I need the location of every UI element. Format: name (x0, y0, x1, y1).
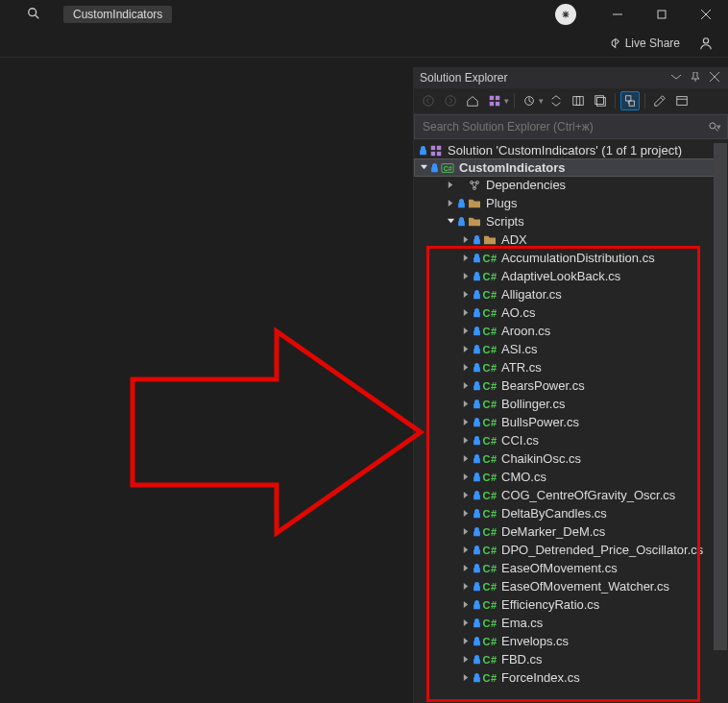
switch-views-button[interactable] (485, 91, 504, 110)
svg-rect-31 (431, 151, 435, 155)
collapse-arrow-icon[interactable] (460, 235, 472, 244)
collapse-arrow-icon[interactable] (460, 254, 472, 262)
collapse-arrow-icon[interactable] (460, 491, 472, 499)
properties-button[interactable] (650, 91, 669, 110)
file-node[interactable]: C#FBD.cs (414, 650, 728, 668)
file-node[interactable]: C#EfficiencyRatio.cs (414, 595, 728, 614)
collapse-all-button[interactable] (591, 91, 610, 110)
project-node[interactable]: C# CustomIndicators (414, 158, 718, 177)
csharp-file-icon: C# (481, 508, 498, 520)
collapse-arrow-icon[interactable] (460, 509, 472, 518)
vertical-scrollbar[interactable] (714, 139, 727, 703)
startup-project-pill[interactable]: CustomIndicators (63, 6, 172, 23)
chevron-down-icon[interactable]: ▾ (539, 96, 544, 106)
expand-arrow-icon[interactable] (418, 163, 429, 172)
collapse-arrow-icon[interactable] (460, 564, 472, 572)
file-node[interactable]: C#Ema.cs (414, 614, 728, 632)
forward-button[interactable] (441, 91, 460, 110)
collapse-arrow-icon[interactable] (460, 600, 472, 609)
file-node[interactable]: C#CCI.cs (414, 431, 728, 449)
file-node[interactable]: C#BullsPower.cs (414, 413, 728, 431)
collapse-arrow-icon[interactable] (460, 327, 472, 335)
collapse-arrow-icon[interactable] (460, 545, 472, 554)
file-node[interactable]: C#EaseOfMovement_Watcher.cs (414, 577, 728, 595)
file-node[interactable]: C#AccumulationDistribution.cs (414, 249, 728, 267)
file-node[interactable]: C#EaseOfMovement.cs (414, 559, 728, 577)
file-node[interactable]: C#AO.cs (414, 303, 728, 322)
svg-rect-25 (677, 97, 688, 106)
collapse-arrow-icon[interactable] (460, 673, 472, 682)
sync-button[interactable] (546, 91, 566, 110)
close-button[interactable] (684, 0, 728, 29)
file-label: BullsPower.cs (501, 415, 579, 429)
home-button[interactable] (463, 91, 482, 110)
file-node[interactable]: C#DeltaByCandles.cs (414, 504, 728, 522)
file-node[interactable]: C#ASI.cs (414, 340, 728, 358)
file-node[interactable]: C#Aroon.cs (414, 322, 728, 340)
collapse-arrow-icon[interactable] (460, 637, 472, 645)
lock-icon (473, 509, 481, 519)
collapse-arrow-icon[interactable] (460, 655, 472, 664)
file-node[interactable]: C#Envelops.cs (414, 632, 728, 650)
collapse-arrow-icon[interactable] (460, 381, 472, 390)
collapse-arrow-icon[interactable] (460, 618, 472, 627)
collapse-arrow-icon[interactable] (460, 436, 472, 445)
maximize-button[interactable] (640, 0, 684, 29)
collapse-arrow-icon[interactable] (460, 454, 472, 463)
file-node[interactable]: C#ATR.cs (414, 358, 728, 376)
panel-search[interactable]: ▾ (414, 114, 728, 139)
collapse-arrow-icon[interactable] (460, 272, 472, 280)
collapse-arrow-icon[interactable] (460, 308, 472, 317)
collapse-arrow-icon[interactable] (460, 473, 472, 481)
folder-plugs[interactable]: Plugs (414, 194, 728, 212)
collapse-arrow-icon[interactable] (445, 181, 456, 189)
minimize-button[interactable] (595, 0, 640, 29)
file-node[interactable]: C#DPO_Detrended_Price_Oscillator.cs (414, 541, 728, 559)
back-button[interactable] (419, 91, 438, 110)
pending-changes-filter-button[interactable] (520, 91, 539, 110)
solution-node[interactable]: Solution 'CustomIndicators' (1 of 1 proj… (414, 141, 728, 159)
file-node[interactable]: C#COG_CentreOfGravity_Oscr.cs (414, 486, 728, 504)
folder-scripts[interactable]: Scripts (414, 212, 728, 230)
quick-launch-search[interactable] (19, 7, 48, 23)
refresh-button[interactable] (569, 91, 588, 110)
live-share-button[interactable]: Live Share (601, 35, 686, 52)
window-position-icon[interactable] (668, 70, 684, 85)
svg-point-11 (446, 96, 456, 107)
preview-button[interactable] (672, 91, 692, 110)
tree-view[interactable]: Solution 'CustomIndicators' (1 of 1 proj… (414, 139, 728, 703)
pin-icon[interactable] (688, 70, 703, 85)
avatar[interactable] (555, 4, 576, 25)
file-node[interactable]: C#CMO.cs (414, 468, 728, 486)
svg-rect-22 (629, 101, 634, 106)
lock-icon (473, 272, 481, 281)
file-node[interactable]: C#AdaptiveLookBack.cs (414, 267, 728, 285)
folder-adx[interactable]: ADX (414, 230, 728, 249)
collapse-arrow-icon[interactable] (460, 290, 472, 299)
collapse-arrow-icon[interactable] (460, 400, 472, 408)
chevron-down-icon[interactable]: ▾ (504, 96, 509, 106)
collapse-arrow-icon[interactable] (460, 527, 472, 536)
collapse-arrow-icon[interactable] (460, 363, 472, 372)
file-node[interactable]: C#Bollinger.cs (414, 395, 728, 413)
file-node[interactable]: C#DeMarker_DeM.cs (414, 522, 728, 541)
panel-header[interactable]: Solution Explorer (414, 67, 728, 88)
collapse-arrow-icon[interactable] (460, 418, 472, 426)
dependencies-node[interactable]: Dependencies (414, 176, 728, 194)
file-label: ChaikinOsc.cs (501, 451, 581, 466)
show-all-files-button[interactable] (620, 91, 640, 110)
panel-toolbar: ▾ ▾ (414, 88, 728, 114)
collapse-arrow-icon[interactable] (445, 199, 456, 207)
file-node[interactable]: C#Alligator.cs (414, 285, 728, 303)
collapse-arrow-icon[interactable] (460, 582, 472, 591)
file-node[interactable]: C#ChaikinOsc.cs (414, 449, 728, 468)
lock-icon (473, 473, 481, 482)
file-node[interactable]: C#BearsPower.cs (414, 376, 728, 395)
collapse-arrow-icon[interactable] (460, 345, 472, 353)
search-input[interactable] (415, 115, 702, 138)
feedback-button[interactable] (693, 35, 718, 52)
expand-arrow-icon[interactable] (445, 217, 456, 226)
file-node[interactable]: C#ForceIndex.cs (414, 668, 728, 687)
close-panel-icon[interactable] (707, 70, 722, 85)
search-go-button[interactable]: ▾ (702, 118, 727, 135)
